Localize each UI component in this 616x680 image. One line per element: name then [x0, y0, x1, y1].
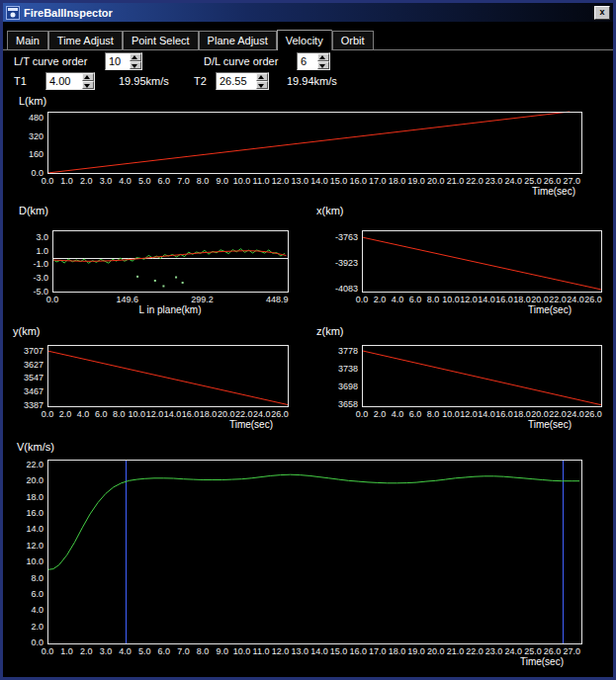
xtick-label: 27.0 — [563, 176, 580, 186]
xtick-label: 6.0 — [409, 295, 422, 304]
ytick-label: 2.0 — [31, 622, 44, 632]
tab-velocity[interactable]: Velocity — [277, 30, 332, 50]
ytick-label: 14.0 — [26, 524, 44, 534]
xtick-label: 24.0 — [567, 409, 584, 419]
ytick-label: 3707 — [24, 346, 44, 356]
xtick-label: 6.0 — [158, 176, 171, 186]
ytick-label: 6.0 — [31, 589, 44, 599]
tab-time-adjust[interactable]: Time Adjust — [48, 31, 123, 49]
xtick-label: 26.0 — [544, 176, 562, 186]
xtick-label: 22.0 — [549, 295, 567, 304]
t2-speed-readout: 19.94km/s — [287, 75, 337, 87]
chart-D-ylabel: D(km) — [19, 205, 48, 216]
tab-point-select[interactable]: Point Select — [123, 31, 199, 49]
spin-down-button[interactable] — [130, 61, 141, 69]
xtick-label: 6.0 — [95, 409, 108, 419]
xtick-label: 23.0 — [485, 176, 503, 186]
chart-L-vs-time: 4803201600.00.01.02.03.04.05.06.07.08.09… — [3, 91, 613, 202]
t1-value[interactable]: 4.00 — [46, 73, 82, 89]
ytick-label: -3923 — [335, 258, 358, 268]
xtick-label: 4.0 — [119, 176, 132, 186]
spin-down-button[interactable] — [317, 61, 329, 69]
app-window: FireBallInspector x Main Time Adjust Poi… — [0, 0, 616, 680]
spin-down-button[interactable] — [256, 81, 268, 89]
tab-plane-adjust[interactable]: Plane Adjust — [199, 31, 277, 49]
ytick-label: 3467 — [24, 386, 44, 396]
xtick-label: 8.0 — [113, 409, 126, 419]
chart-x-ylabel: x(km) — [316, 205, 344, 216]
xtick-label: 8.0 — [427, 295, 440, 304]
xtick-label: 9.0 — [216, 646, 228, 656]
xtick-label: 10.0 — [233, 646, 251, 656]
ytick-label: 22.0 — [26, 460, 44, 469]
xtick-label: 22.0 — [466, 176, 484, 186]
spin-up-button[interactable] — [256, 73, 268, 81]
xtick-label: 10.0 — [442, 409, 460, 419]
ytick-label: 3627 — [24, 360, 44, 370]
xtick-label: 9.0 — [216, 176, 228, 186]
xtick-label: 3.0 — [100, 646, 113, 656]
t2-label: T2 — [194, 75, 207, 87]
xtick-label: 24.0 — [505, 176, 523, 186]
spin-up-button[interactable] — [130, 53, 141, 61]
xtick-label: 22.0 — [235, 409, 253, 419]
xtick-label: 22.0 — [549, 409, 567, 419]
xtick-label: 2.0 — [374, 409, 387, 419]
xtick-label: 16.0 — [182, 409, 200, 419]
chart-y-ylabel: y(km) — [13, 325, 41, 337]
title-bar[interactable]: FireBallInspector x — [3, 3, 613, 22]
xtick-label: 0.0 — [46, 295, 59, 304]
xtick-label: 26.0 — [271, 409, 289, 419]
xtick-label: 24.0 — [505, 646, 523, 656]
xtick-label: 14.0 — [164, 409, 182, 419]
spin-up-button[interactable] — [82, 73, 94, 81]
xtick-label: 14.0 — [310, 176, 328, 186]
ytick-label: 12.0 — [26, 541, 44, 551]
ytick-label: -3.0 — [33, 273, 48, 283]
xtick-label: 12.0 — [272, 646, 290, 656]
xtick-label: 2.0 — [374, 295, 387, 304]
xtick-label: 18.0 — [389, 176, 406, 186]
xtick-label: 25.0 — [524, 646, 542, 656]
t2-value[interactable]: 26.55 — [217, 73, 256, 89]
dl-curve-order-spinner[interactable]: 6 — [297, 52, 330, 70]
ytick-label: 3738 — [338, 364, 358, 374]
xtick-label: 4.0 — [77, 409, 90, 419]
xtick-label: 21.0 — [447, 176, 465, 186]
window-title: FireBallInspector — [24, 7, 113, 19]
ytick-label: 3778 — [338, 346, 358, 356]
xtick-label: 8.0 — [197, 176, 210, 186]
tab-main[interactable]: Main — [7, 31, 48, 49]
dl-curve-order-value[interactable]: 6 — [298, 53, 317, 69]
xtick-label: 15.0 — [330, 646, 348, 656]
lt-curve-order-spinner[interactable]: 10 — [105, 52, 142, 70]
xtick-label: 14.0 — [478, 409, 495, 419]
spin-up-button[interactable] — [317, 53, 329, 61]
xtick-label: 20.0 — [427, 646, 445, 656]
spin-down-button[interactable] — [82, 81, 94, 89]
t1-spinner[interactable]: 4.00 — [45, 72, 95, 90]
xtick-label: 18.0 — [513, 295, 531, 304]
t2-spinner[interactable]: 26.55 — [216, 72, 269, 90]
xtick-label: 5.0 — [138, 646, 151, 656]
close-button[interactable]: x — [594, 6, 610, 20]
xtick-label: 0.0 — [42, 176, 54, 186]
tab-strip: Main Time Adjust Point Select Plane Adju… — [3, 30, 613, 50]
dl-curve-order-label: D/L curve order — [204, 55, 278, 67]
tab-orbit[interactable]: Orbit — [332, 31, 374, 49]
xtick-label: 16.0 — [349, 176, 367, 186]
xtick-label: 149.6 — [117, 295, 139, 304]
xtick-label: 6.0 — [409, 409, 422, 419]
xtick-label: 2.0 — [80, 176, 93, 186]
xtick-label: 4.0 — [392, 409, 404, 419]
xtick-label: 1.0 — [60, 646, 73, 656]
ytick-label: 10.0 — [26, 556, 44, 566]
xtick-label: 12.0 — [460, 295, 478, 304]
xtick-label: 21.0 — [447, 646, 465, 656]
xtick-label: 18.0 — [200, 409, 218, 419]
xtick-label: 16.0 — [495, 295, 513, 304]
chart-D-xlabel: L in plane(km) — [139, 304, 202, 315]
lt-curve-order-value[interactable]: 10 — [106, 53, 130, 69]
xtick-label: 11.0 — [253, 176, 270, 186]
xtick-label: 20.0 — [531, 409, 549, 419]
